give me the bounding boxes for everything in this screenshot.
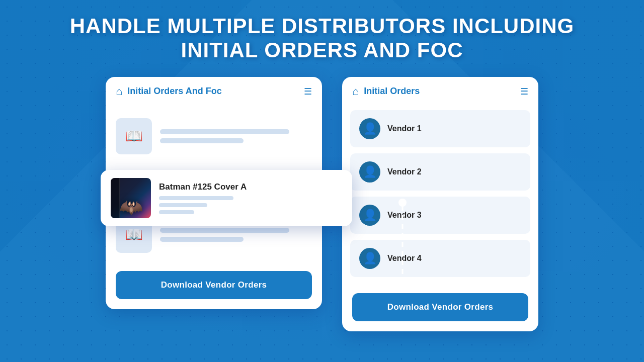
batman-spine xyxy=(111,178,120,218)
placeholder-item-1: 📖 xyxy=(116,112,312,160)
batman-figure-icon: 🦇 xyxy=(119,196,143,218)
vendor-item-1[interactable]: 👤 Vendor 1 xyxy=(350,110,530,147)
book-icon-1: 📖 xyxy=(125,128,143,144)
batman-desc-lines xyxy=(159,196,247,214)
placeholder-lines-1 xyxy=(160,129,312,143)
vendor-item-2[interactable]: 👤 Vendor 2 xyxy=(350,153,530,191)
right-card-title: Initial Orders xyxy=(364,86,520,97)
panels-row: ⌂ Initial Orders And Foc ☰ 📖 xyxy=(106,77,538,331)
batman-popup: 🦇 Batman #125 Cover A xyxy=(101,170,352,226)
vendor-avatar-icon-3: 👤 xyxy=(363,209,377,222)
vendor-name-2: Vendor 2 xyxy=(387,167,422,176)
vendor-item-4[interactable]: 👤 Vendor 4 xyxy=(350,240,530,277)
headline-line2: INITIAL ORDERS AND FOC xyxy=(70,38,574,62)
left-card-title: Initial Orders And Foc xyxy=(127,86,304,97)
right-panel: ⌂ Initial Orders ☰ 👤 Vendor 1 👤 Vendor 2… xyxy=(342,77,538,331)
right-download-button[interactable]: Download Vendor Orders xyxy=(352,293,528,321)
vendor-avatar-icon-1: 👤 xyxy=(363,122,377,135)
left-home-icon[interactable]: ⌂ xyxy=(116,85,122,98)
left-card-header: ⌂ Initial Orders And Foc ☰ xyxy=(106,77,322,106)
vendor-item-3[interactable]: 👤 Vendor 3 xyxy=(350,197,530,234)
vendor-avatar-4: 👤 xyxy=(359,248,380,269)
book-icon-2: 📖 xyxy=(125,226,143,243)
line-2a xyxy=(160,228,289,233)
left-download-button[interactable]: Download Vendor Orders xyxy=(116,271,312,299)
right-card-header: ⌂ Initial Orders ☰ xyxy=(342,77,538,106)
batman-cover: 🦇 xyxy=(111,178,151,218)
vendor-name-1: Vendor 1 xyxy=(387,124,422,133)
left-menu-icon[interactable]: ☰ xyxy=(304,86,312,97)
batman-line-3 xyxy=(159,210,194,214)
headline-line1: HANDLE MULTIPLE DISTRIBUTORS INCLUDING xyxy=(70,14,574,38)
left-panel: ⌂ Initial Orders And Foc ☰ 📖 xyxy=(106,77,322,309)
vendor-name-3: Vendor 3 xyxy=(387,211,422,220)
right-home-icon[interactable]: ⌂ xyxy=(352,85,359,98)
placeholder-lines-2 xyxy=(160,228,312,242)
batman-line-1 xyxy=(159,196,233,200)
line-1a xyxy=(160,129,289,134)
right-menu-icon[interactable]: ☰ xyxy=(520,86,528,97)
batman-title: Batman #125 Cover A xyxy=(159,182,247,192)
vendor-name-4: Vendor 4 xyxy=(387,254,422,263)
vendor-avatar-icon-2: 👤 xyxy=(363,165,377,178)
batman-line-2 xyxy=(159,203,207,207)
batman-info: Batman #125 Cover A xyxy=(159,182,247,214)
headline: HANDLE MULTIPLE DISTRIBUTORS INCLUDING I… xyxy=(70,14,574,63)
vendor-avatar-1: 👤 xyxy=(359,118,380,139)
vendor-avatar-3: 👤 xyxy=(359,205,380,226)
thumb-1: 📖 xyxy=(116,118,152,154)
line-2b xyxy=(160,237,244,242)
vendor-avatar-icon-4: 👤 xyxy=(363,252,377,265)
vendor-avatar-2: 👤 xyxy=(359,161,380,183)
line-1b xyxy=(160,138,244,143)
main-content: HANDLE MULTIPLE DISTRIBUTORS INCLUDING I… xyxy=(0,0,644,362)
vendor-list: 👤 Vendor 1 👤 Vendor 2 👤 Vendor 3 👤 Vendo… xyxy=(342,106,538,287)
